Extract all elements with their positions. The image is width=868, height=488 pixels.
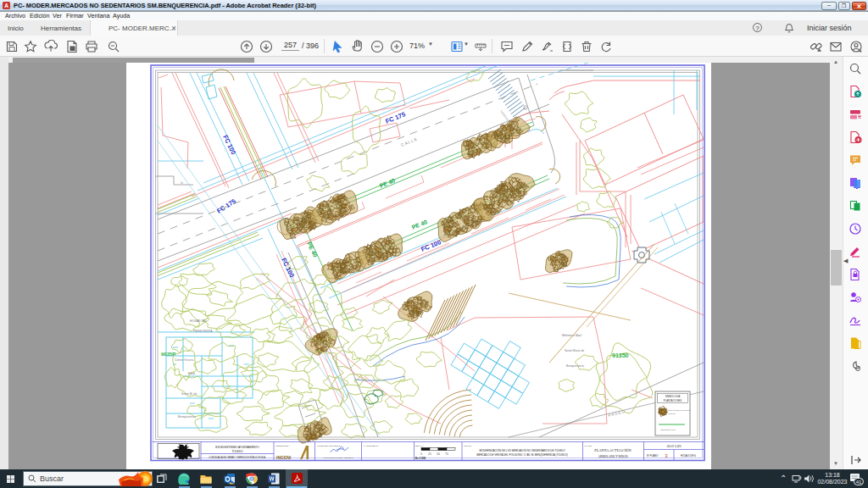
svg-text:LA PROPIEDAD:: LA PROPIEDAD:	[364, 445, 380, 447]
svg-text:Benquerencia: Benquerencia	[178, 415, 196, 419]
svg-text:E= 1:500: E= 1:500	[415, 457, 426, 460]
svg-text:ARBOLADO Y RIEGO: ARBOLADO Y RIEGO	[598, 455, 627, 458]
svg-text:Benquerencia: Benquerencia	[566, 364, 584, 368]
svg-text:PASEO: PASEO	[608, 409, 626, 418]
svg-text:PLANTACIONES: PLANTACIONES	[664, 399, 682, 402]
svg-text:EXCELENTÍSIMO AYUNTAMIENTO: EXCELENTÍSIMO AYUNTAMIENTO	[215, 446, 259, 449]
svg-text:PE 40: PE 40	[379, 177, 396, 189]
svg-text:ESCALA:: ESCALA:	[415, 445, 424, 447]
svg-text:7.5: 7.5	[445, 452, 448, 456]
svg-text:Canalización riego: Canalización riego	[660, 429, 676, 430]
svg-text:CONSULTORA:: CONSULTORA:	[275, 445, 290, 447]
svg-text:PLANO:: PLANO:	[585, 445, 593, 447]
svg-text:MODERNIZACIÓN DE LOS MERCADOS: MODERNIZACIÓN DE LOS MERCADOS NO SEDENTA…	[479, 448, 565, 452]
svg-text:PE 40: PE 40	[306, 241, 319, 258]
svg-text:HOGAR DEL: HOGAR DEL	[190, 319, 207, 323]
svg-text:Iv: Iv	[181, 180, 183, 185]
svg-text:Centro Tercera: Centro Tercera	[175, 358, 193, 362]
svg-text:9035P: 9035P	[161, 352, 175, 357]
svg-text:TOLEDO: TOLEDO	[231, 450, 243, 453]
svg-text:HOJA 3 DE 6: HOJA 3 DE 6	[681, 454, 696, 458]
svg-text:INGENI: INGENI	[276, 455, 292, 460]
svg-text:Santo María de: Santo María de	[565, 349, 584, 352]
svg-text:5.0: 5.0	[437, 452, 440, 456]
svg-text:CALLE: CALLE	[400, 136, 419, 147]
svg-text:FC 175: FC 175	[215, 197, 237, 215]
svg-text:PLANTA ACTUACIÓN: PLANTA ACTUACIÓN	[594, 448, 632, 452]
svg-text:JULIO 2.023: JULIO 2.023	[667, 445, 682, 448]
svg-text:Santo M. de: Santo M. de	[181, 392, 197, 396]
svg-text:0: 0	[420, 452, 422, 456]
svg-text:AUTOR DEL PROYECTO:: AUTOR DEL PROYECTO:	[317, 445, 342, 447]
svg-text:PENSIONISTA: PENSIONISTA	[193, 330, 213, 333]
svg-text:LUIS MIGUEL JUMELA ROMERO: LUIS MIGUEL JUMELA ROMERO	[323, 457, 353, 458]
svg-text:Edad: Edad	[188, 372, 195, 375]
svg-text:PE 40: PE 40	[411, 219, 428, 230]
svg-text:Olea europaea en alcorque: Olea europaea en alcorque	[668, 409, 691, 411]
svg-text:2.5: 2.5	[428, 452, 431, 456]
svg-text:ACERADO: ACERADO	[499, 109, 509, 122]
svg-text:3: 3	[665, 453, 668, 458]
svg-text:SIMBOLOGÍA: SIMBOLOGÍA	[665, 395, 681, 398]
svg-text:CONCEJALÍA DE OBRAS Y SERVICIO: CONCEJALÍA DE OBRAS Y SERVICIOS PÚBLICOS…	[209, 455, 266, 459]
svg-text:Biblioteca Mpal: Biblioteca Mpal	[562, 334, 581, 337]
svg-text:Nº PLANO:: Nº PLANO:	[647, 454, 659, 458]
svg-text:existente: existente	[668, 413, 676, 414]
svg-text:91350: 91350	[612, 352, 629, 358]
svg-text:TÍTULO:: TÍTULO:	[464, 445, 472, 447]
svg-text:MERCADO DE VENTA DEL POLÍGONO,: MERCADO DE VENTA DEL POLÍGONO, 5ª AV. M.…	[476, 453, 568, 457]
